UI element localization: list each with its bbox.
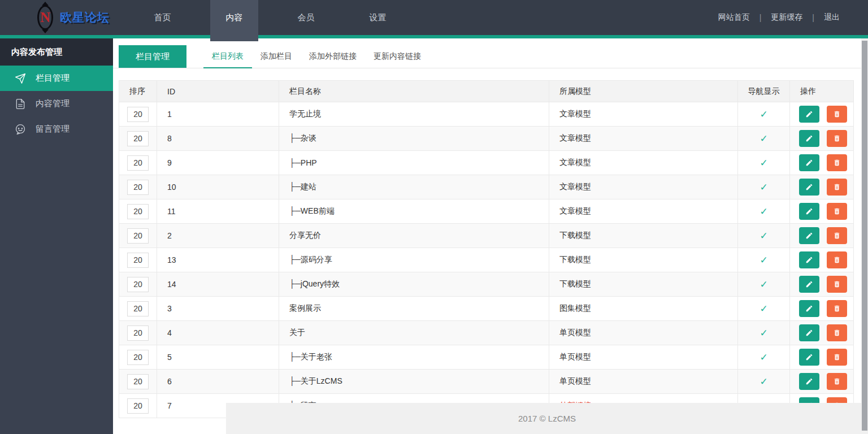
sort-input[interactable]: 20 (127, 253, 149, 268)
col-name: 栏目名称 (279, 81, 549, 102)
actions-cell (790, 321, 854, 345)
sort-input[interactable]: 20 (127, 204, 149, 219)
pencil-icon (805, 232, 813, 240)
trash-icon (833, 256, 841, 264)
col-actions: 操作 (790, 81, 854, 102)
scrollbar-thumb[interactable] (862, 41, 867, 431)
table-header-row: 排序 ID 栏目名称 所属模型 导航显示 操作 (119, 81, 854, 102)
table-row: 20 13 ├─源码分享 下载模型 ✓ (119, 248, 854, 272)
delete-button[interactable] (827, 349, 847, 366)
check-icon: ✓ (760, 279, 767, 290)
edit-button[interactable] (799, 154, 819, 171)
model-cell: 下载模型 (549, 248, 738, 272)
delete-button[interactable] (827, 300, 847, 317)
tab-add-category[interactable]: 添加栏目 (252, 45, 301, 68)
delete-button[interactable] (827, 227, 847, 244)
actions-cell (790, 248, 854, 272)
id-cell: 1 (157, 102, 279, 127)
sort-cell: 20 (119, 394, 157, 418)
delete-button[interactable] (827, 106, 847, 123)
edit-button[interactable] (799, 251, 819, 268)
tab-add-external-link[interactable]: 添加外部链接 (301, 45, 365, 68)
sidebar-item-category-management[interactable]: 栏目管理 (0, 66, 113, 91)
edit-button[interactable] (799, 106, 819, 123)
nav-item-home[interactable]: 首页 (127, 0, 198, 35)
edit-button[interactable] (799, 300, 819, 317)
edit-button[interactable] (799, 203, 819, 220)
model-name: 下载模型 (559, 255, 591, 264)
pencil-icon (805, 377, 813, 385)
delete-button[interactable] (827, 251, 847, 268)
id-cell: 6 (157, 370, 279, 394)
trash-icon (833, 207, 841, 215)
nav-display-cell: ✓ (738, 248, 790, 272)
delete-button[interactable] (827, 324, 847, 341)
name-cell: ├─杂谈 (279, 127, 549, 151)
table-row: 20 2 分享无价 下载模型 ✓ (119, 224, 854, 248)
sort-input[interactable]: 20 (127, 350, 149, 365)
edit-button[interactable] (799, 324, 819, 341)
pencil-icon (805, 110, 813, 118)
name-cell: ├─关于LzCMS (279, 370, 549, 394)
logout-link[interactable]: 退出 (824, 12, 840, 23)
edit-button[interactable] (799, 227, 819, 244)
delete-button[interactable] (827, 154, 847, 171)
sort-cell: 20 (119, 127, 157, 151)
model-name: 单页模型 (559, 352, 591, 361)
nav-item-content[interactable]: 内容 (198, 0, 270, 35)
sort-input[interactable]: 20 (127, 326, 149, 341)
edit-button[interactable] (799, 373, 819, 390)
tab-category-list[interactable]: 栏目列表 (203, 45, 252, 68)
table-row: 20 6 ├─关于LzCMS 单页模型 ✓ (119, 370, 854, 394)
edit-button[interactable] (799, 130, 819, 147)
nav-item-members[interactable]: 会员 (270, 0, 342, 35)
delete-button[interactable] (827, 203, 847, 220)
tab-update-content-links[interactable]: 更新内容链接 (365, 45, 429, 68)
sort-input[interactable]: 20 (127, 228, 149, 244)
sort-input[interactable]: 20 (127, 131, 149, 146)
scrollbar[interactable] (861, 38, 868, 434)
delete-button[interactable] (827, 130, 847, 147)
category-name: 关于 (289, 328, 305, 337)
delete-button[interactable] (827, 373, 847, 390)
nav-display-cell: ✓ (738, 345, 790, 370)
sort-cell: 20 (119, 345, 157, 370)
sort-input[interactable]: 20 (127, 398, 149, 414)
check-icon: ✓ (760, 376, 767, 387)
sidebar-item-message-management[interactable]: 留言管理 (0, 116, 113, 142)
sort-input[interactable]: 20 (127, 301, 149, 316)
nav-display-cell: ✓ (738, 127, 790, 151)
sidebar-item-content-management[interactable]: 内容管理 (0, 91, 113, 116)
sort-input[interactable]: 20 (127, 180, 149, 195)
accent-bar (0, 35, 868, 38)
edit-button[interactable] (799, 349, 819, 366)
site-home-link[interactable]: 网站首页 (718, 12, 750, 23)
edit-button[interactable] (799, 276, 819, 293)
model-cell: 文章模型 (549, 127, 738, 151)
col-id: ID (157, 81, 279, 102)
check-icon: ✓ (760, 255, 767, 266)
nav-display-cell: ✓ (738, 321, 790, 345)
sort-input[interactable]: 20 (127, 107, 149, 122)
id-cell: 11 (157, 199, 279, 224)
category-management-button[interactable]: 栏目管理 (119, 45, 186, 68)
check-icon: ✓ (760, 328, 767, 338)
nav-item-settings[interactable]: 设置 (342, 0, 414, 35)
update-cache-link[interactable]: 更新缓存 (771, 12, 802, 23)
sort-input[interactable]: 20 (127, 155, 149, 171)
check-icon: ✓ (760, 303, 767, 314)
pencil-icon (805, 256, 813, 264)
delete-button[interactable] (827, 179, 847, 196)
table-row: 20 10 ├─建站 文章模型 ✓ (119, 175, 854, 199)
actions-cell (790, 175, 854, 199)
name-cell: ├─WEB前端 (279, 199, 549, 224)
model-name: 文章模型 (559, 182, 591, 191)
sort-input[interactable]: 20 (127, 374, 149, 389)
edit-button[interactable] (799, 179, 819, 196)
trash-icon (833, 329, 841, 337)
model-cell: 单页模型 (549, 370, 738, 394)
delete-button[interactable] (827, 276, 847, 293)
id-cell: 8 (157, 127, 279, 151)
nav-display-cell: ✓ (738, 102, 790, 127)
sort-input[interactable]: 20 (127, 277, 149, 292)
